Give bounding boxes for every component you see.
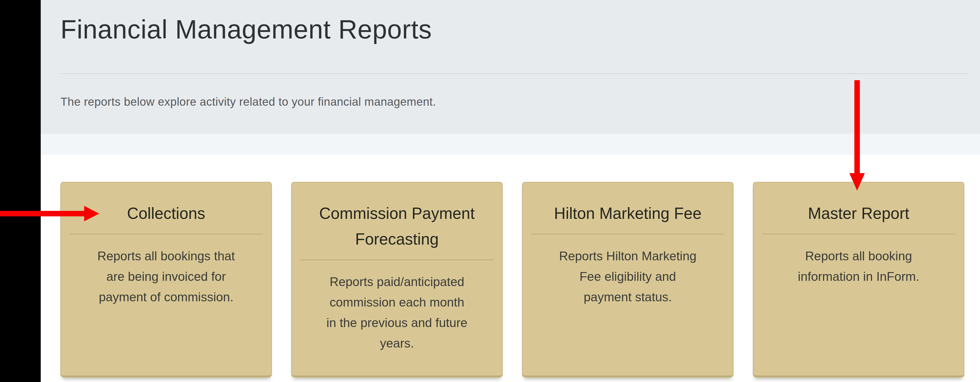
card-title: Commission Payment Forecasting [301, 201, 493, 252]
card-description: Reports all bookings that are being invo… [74, 246, 258, 307]
card-description: Reports Hilton Marketing Fee eligibility… [536, 246, 720, 307]
report-card-master-report[interactable]: Master Report Reports all booking inform… [753, 182, 964, 377]
header-band [41, 134, 980, 155]
card-title-divider [762, 234, 955, 234]
report-cards: Collections Reports all bookings that ar… [60, 182, 964, 377]
report-card-commission-payment-forecasting[interactable]: Commission Payment Forecasting Reports p… [291, 182, 503, 377]
card-description: Reports paid/anticipated commission each… [305, 272, 489, 353]
header-divider [60, 73, 968, 74]
left-edge-bar [0, 0, 41, 382]
card-title: Collections [70, 201, 262, 226]
card-title-divider [70, 234, 263, 234]
page-subtitle: The reports below explore activity relat… [60, 95, 436, 108]
page-header: Financial Management Reports The reports… [41, 0, 980, 134]
card-title-divider [531, 234, 724, 234]
card-title: Hilton Marketing Fee [532, 201, 724, 226]
card-title-divider [300, 259, 494, 260]
report-card-hilton-marketing-fee[interactable]: Hilton Marketing Fee Reports Hilton Mark… [522, 182, 733, 377]
card-description: Reports all booking information in InFor… [767, 246, 951, 287]
card-title: Master Report [763, 201, 954, 226]
page-title: Financial Management Reports [60, 14, 432, 45]
report-card-collections[interactable]: Collections Reports all bookings that ar… [60, 182, 272, 377]
financial-management-reports-page: { "header": { "title": "Financial Manage… [0, 0, 980, 382]
